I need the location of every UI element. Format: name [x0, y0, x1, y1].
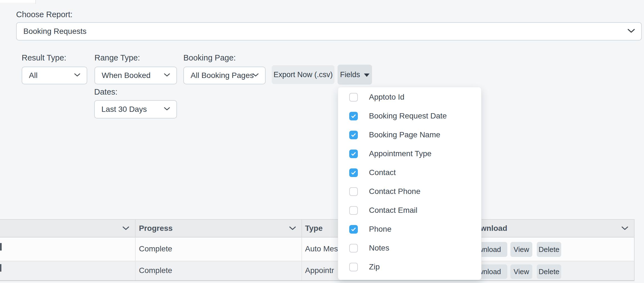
report-select-value: Booking Requests	[17, 27, 86, 36]
chevron-down-icon[interactable]	[621, 226, 628, 232]
column-divider	[301, 220, 302, 238]
menu-item-phone[interactable]: Phone	[338, 220, 481, 239]
clipped-text-fragment	[0, 243, 2, 251]
fields-dropdown-menu: Apptoto Id Booking Request Date Booking …	[338, 87, 481, 280]
column-header-progress[interactable]: Progress	[139, 224, 173, 233]
chevron-down-icon[interactable]	[122, 226, 129, 232]
export-csv-label: Export Now (.csv)	[273, 70, 333, 79]
cell-progress: Complete	[139, 266, 172, 275]
table-header-row: Progress Type Download	[0, 219, 635, 237]
column-divider	[135, 220, 136, 238]
range-type-value: When Booked	[95, 71, 151, 80]
menu-item-label: Contact	[369, 168, 396, 177]
fields-button[interactable]: Fields	[338, 65, 372, 85]
chevron-down-icon	[164, 107, 170, 112]
menu-item-contact-email[interactable]: Contact Email	[338, 201, 481, 220]
menu-item-label: Apptoto Id	[369, 93, 405, 102]
checkbox-icon[interactable]	[349, 112, 358, 120]
report-page: Choose Report: Booking Requests Result T…	[0, 0, 644, 283]
delete-button[interactable]: Delete	[537, 264, 561, 279]
cell-type: Appointr	[305, 266, 334, 275]
checkbox-icon[interactable]	[349, 150, 358, 158]
menu-item-label: Zip	[369, 262, 380, 271]
delete-button-label: Delete	[538, 245, 559, 254]
report-select[interactable]: Booking Requests	[16, 22, 642, 41]
tab-remnant	[0, 0, 35, 3]
booking-page-value: All Booking Pages	[184, 71, 254, 80]
range-type-select[interactable]: When Booked	[94, 67, 177, 84]
chevron-down-icon	[164, 73, 170, 78]
result-type-select[interactable]: All	[22, 67, 87, 84]
menu-item-booking-request-date[interactable]: Booking Request Date	[338, 107, 481, 125]
checkbox-icon[interactable]	[349, 225, 358, 234]
column-divider	[301, 237, 302, 261]
view-button[interactable]: View	[510, 264, 532, 279]
menu-item-label: Contact Email	[369, 206, 417, 215]
range-type-label: Range Type:	[94, 53, 140, 62]
fields-label: Fields	[340, 70, 360, 79]
menu-item-label: Phone	[369, 225, 391, 234]
chevron-down-icon	[627, 28, 635, 34]
column-header-type[interactable]: Type	[305, 224, 323, 233]
menu-item-label: Booking Page Name	[369, 130, 440, 139]
menu-item-label: Appointment Type	[369, 149, 431, 158]
table-row: Complete Appointr Download View Delete	[0, 261, 635, 280]
table-row: Complete Auto Mes Download View Delete	[0, 237, 635, 261]
menu-item-label: Booking Request Date	[369, 112, 447, 120]
checkbox-icon[interactable]	[349, 168, 358, 177]
chevron-down-icon	[252, 73, 259, 78]
result-type-label: Result Type:	[22, 53, 66, 62]
checkbox-icon[interactable]	[349, 244, 358, 252]
column-divider	[135, 237, 136, 261]
view-button[interactable]: View	[510, 242, 532, 257]
menu-item-apptoto-id[interactable]: Apptoto Id	[338, 88, 481, 107]
choose-report-label: Choose Report:	[16, 10, 73, 19]
menu-item-notes[interactable]: Notes	[338, 239, 481, 257]
checkbox-icon[interactable]	[349, 263, 358, 271]
checkbox-icon[interactable]	[349, 206, 358, 215]
clipped-text-fragment	[0, 264, 1, 272]
chevron-down-icon	[74, 73, 81, 78]
dates-label: Dates:	[94, 87, 118, 97]
dates-select[interactable]: Last 30 Days	[94, 100, 177, 118]
view-button-label: View	[514, 267, 529, 276]
column-divider	[301, 261, 302, 281]
export-csv-button[interactable]: Export Now (.csv)	[272, 65, 335, 84]
result-type-value: All	[22, 71, 38, 80]
table-bottom-border	[0, 280, 635, 281]
delete-button-label: Delete	[538, 267, 559, 276]
booking-page-select[interactable]: All Booking Pages	[183, 67, 266, 84]
caret-down-icon	[364, 74, 370, 77]
menu-item-zip[interactable]: Zip	[338, 257, 481, 276]
menu-item-booking-page-name[interactable]: Booking Page Name	[338, 125, 481, 144]
view-button-label: View	[514, 245, 529, 254]
menu-item-contact-phone[interactable]: Contact Phone	[338, 182, 481, 201]
cell-type: Auto Mes	[305, 244, 338, 253]
menu-item-label: Notes	[369, 244, 389, 252]
chevron-down-icon[interactable]	[289, 226, 296, 232]
column-divider	[135, 261, 136, 281]
delete-button[interactable]: Delete	[537, 242, 561, 257]
tab-remnant-divider	[35, 0, 36, 4]
checkbox-icon[interactable]	[349, 131, 358, 139]
checkbox-icon[interactable]	[349, 93, 358, 102]
booking-page-label: Booking Page:	[183, 53, 236, 62]
menu-item-label: Contact Phone	[369, 187, 420, 196]
table-right-border	[634, 219, 635, 281]
cell-progress: Complete	[139, 244, 172, 253]
menu-item-appointment-type[interactable]: Appointment Type	[338, 144, 481, 163]
checkbox-icon[interactable]	[349, 187, 358, 196]
dates-value: Last 30 Days	[95, 105, 147, 114]
menu-item-contact[interactable]: Contact	[338, 163, 481, 182]
